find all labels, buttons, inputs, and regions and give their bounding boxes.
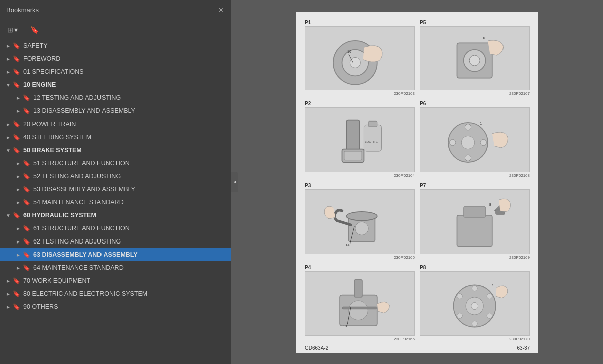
bookmark-icon-63disassembly: 🔖 bbox=[22, 251, 30, 259]
expand-70work bbox=[4, 277, 12, 285]
tree-item-63disassembly[interactable]: 🔖 63 DISASSEMBLY AND ASSEMBLY bbox=[0, 248, 231, 261]
tree-item-60hydraulic[interactable]: 🔖 60 HYDRAULIC SYSTEM bbox=[0, 209, 231, 222]
tree-item-53disassembly[interactable]: 🔖 53 DISASSEMBLY AND ASSEMBLY bbox=[0, 183, 231, 196]
cell-label-p3: P3 bbox=[305, 183, 311, 188]
svg-text:8: 8 bbox=[489, 202, 491, 206]
list-icon: ⊞ bbox=[7, 26, 13, 34]
tree-item-52testing[interactable]: 🔖 52 TESTING AND ADJUSTING bbox=[0, 170, 231, 183]
list-view-button[interactable]: ⊞ ▾ bbox=[4, 24, 21, 36]
svg-text:18: 18 bbox=[482, 36, 486, 40]
label-63disassembly: 63 DISASSEMBLY AND ASSEMBLY bbox=[33, 251, 138, 258]
grid-cell-p4: P4 13 bbox=[305, 265, 415, 341]
expand-64maintenance bbox=[14, 264, 22, 272]
svg-point-39 bbox=[349, 301, 368, 320]
bookmarks-tree: 🔖 SAFETY 🔖 FOREWORD 🔖 01 SPECIFICATIONS … bbox=[0, 39, 231, 364]
svg-point-28 bbox=[355, 222, 368, 235]
label-12testing: 12 TESTING AND ADJUSTING bbox=[33, 94, 121, 101]
tree-item-62testing[interactable]: 🔖 62 TESTING AND ADJUSTING bbox=[0, 235, 231, 248]
page-footer: GD663A-2 63-37 bbox=[305, 345, 530, 351]
cell-label-p1: P1 bbox=[305, 20, 311, 25]
bookmark-icon-64maintenance: 🔖 bbox=[22, 264, 30, 272]
svg-point-50 bbox=[487, 313, 492, 318]
dropdown-arrow-list: ▾ bbox=[14, 26, 18, 34]
cell-label-p5: P5 bbox=[420, 20, 426, 25]
footer-right: 63-37 bbox=[517, 345, 530, 351]
caption-p1: 230P02163 bbox=[305, 91, 415, 96]
tree-item-90others[interactable]: 🔖 90 OTHERS bbox=[0, 300, 231, 313]
grid-cell-p3: P3 14 bbox=[305, 183, 415, 260]
expand-12testing bbox=[14, 94, 22, 102]
bookmark-search-icon: 🔖 bbox=[30, 26, 39, 34]
bookmark-icon-54maintenance: 🔖 bbox=[22, 198, 30, 206]
expand-safety bbox=[4, 42, 12, 50]
svg-point-24 bbox=[480, 139, 486, 145]
tree-item-01spec[interactable]: 🔖 01 SPECIFICATIONS bbox=[0, 65, 231, 78]
caption-p4: 230P02166 bbox=[305, 337, 415, 341]
close-button[interactable]: × bbox=[217, 5, 225, 16]
svg-point-9 bbox=[469, 55, 480, 66]
cell-label-p6: P6 bbox=[420, 101, 426, 106]
bookmark-icon-12testing: 🔖 bbox=[22, 94, 30, 102]
tree-item-20power[interactable]: 🔖 20 POWER TRAIN bbox=[0, 117, 231, 131]
toolbar-separator bbox=[24, 25, 24, 35]
svg-text:14: 14 bbox=[345, 243, 349, 247]
caption-p5: 230P02167 bbox=[420, 91, 530, 96]
label-51structure: 51 STRUCTURE AND FUNCTION bbox=[33, 160, 130, 167]
img-p7: 8 bbox=[420, 189, 530, 254]
svg-rect-14 bbox=[344, 151, 362, 160]
svg-point-53 bbox=[457, 294, 462, 299]
bookmark-icon-61structure: 🔖 bbox=[22, 224, 30, 232]
label-40steering: 40 STEERING SYSTEM bbox=[23, 134, 91, 141]
svg-point-3 bbox=[350, 57, 360, 68]
svg-rect-33 bbox=[457, 215, 492, 247]
label-70work: 70 WORK EQUIPMENT bbox=[23, 277, 90, 284]
img-p1: 16 bbox=[305, 26, 415, 91]
svg-rect-16 bbox=[368, 121, 377, 127]
header-controls: × bbox=[217, 5, 225, 16]
label-10engine: 10 ENGINE bbox=[23, 81, 56, 88]
img-p2: LOCTITE bbox=[305, 107, 415, 172]
collapse-handle[interactable] bbox=[231, 172, 238, 192]
bookmark-icon-01spec: 🔖 bbox=[12, 68, 20, 76]
bookmark-icon-60hydraulic: 🔖 bbox=[12, 211, 20, 219]
tree-item-64maintenance[interactable]: 🔖 64 MAINTENANCE STANDARD bbox=[0, 261, 231, 274]
grid-cell-p5: P5 18 230P02167 bbox=[420, 20, 530, 96]
expand-foreword bbox=[4, 55, 12, 63]
cell-label-p8: P8 bbox=[420, 265, 426, 270]
svg-text:13: 13 bbox=[343, 324, 347, 327]
tree-item-12testing[interactable]: 🔖 12 TESTING AND ADJUSTING bbox=[0, 91, 231, 104]
grid-cell-p1: P1 16 230P02163 bbox=[305, 20, 415, 96]
tree-item-40steering[interactable]: 🔖 40 STEERING SYSTEM bbox=[0, 131, 231, 144]
label-52testing: 52 TESTING AND ADJUSTING bbox=[33, 173, 121, 180]
grid-cell-p2: P2 LOCTITE 230P02164 bbox=[305, 101, 415, 178]
bookmark-icon-13disassembly: 🔖 bbox=[22, 107, 30, 115]
tree-item-51structure[interactable]: 🔖 51 STRUCTURE AND FUNCTION bbox=[0, 157, 231, 170]
svg-point-23 bbox=[449, 139, 455, 145]
tree-item-13disassembly[interactable]: 🔖 13 DISASSEMBLY AND ASSEMBLY bbox=[0, 104, 231, 117]
panel-title: Bookmarks bbox=[6, 6, 39, 14]
svg-rect-41 bbox=[342, 307, 377, 309]
page-content: P1 16 230P02163 bbox=[296, 12, 538, 353]
footer-left: GD663A-2 bbox=[305, 345, 328, 351]
expand-20power bbox=[4, 120, 12, 128]
tree-item-54maintenance[interactable]: 🔖 54 MAINTENANCE STANDARD bbox=[0, 196, 231, 209]
img-p6: 1 bbox=[420, 107, 530, 172]
bookmarks-panel: Bookmarks × ⊞ ▾ 🔖 🔖 SAFETY 🔖 FOREWORD bbox=[0, 0, 231, 364]
tree-item-70work[interactable]: 🔖 70 WORK EQUIPMENT bbox=[0, 274, 231, 287]
tree-item-safety[interactable]: 🔖 SAFETY bbox=[0, 39, 231, 52]
tree-item-10engine[interactable]: 🔖 10 ENGINE bbox=[0, 78, 231, 91]
tree-item-50brake[interactable]: 🔖 50 BRAKE SYSTEM bbox=[0, 144, 231, 157]
grid-cell-p7: P7 8 230P02169 bbox=[420, 183, 530, 260]
svg-text:16: 16 bbox=[347, 50, 351, 53]
bookmark-icon-51structure: 🔖 bbox=[22, 159, 30, 167]
tree-item-61structure[interactable]: 🔖 61 STRUCTURE AND FUNCTION bbox=[0, 222, 231, 235]
caption-p8: 230P02170 bbox=[420, 337, 530, 341]
expand-90others bbox=[4, 303, 12, 311]
expand-54maintenance bbox=[14, 198, 22, 206]
tree-item-80electric[interactable]: 🔖 80 ELECTRIC AND ELECTRONIC SYSTEM bbox=[0, 287, 231, 300]
tree-item-foreword[interactable]: 🔖 FOREWORD bbox=[0, 52, 231, 65]
label-62testing: 62 TESTING AND ADJUSTING bbox=[33, 238, 121, 245]
expand-53disassembly bbox=[14, 185, 22, 193]
expand-13disassembly bbox=[14, 107, 22, 115]
bookmark-search-button[interactable]: 🔖 bbox=[27, 24, 42, 36]
